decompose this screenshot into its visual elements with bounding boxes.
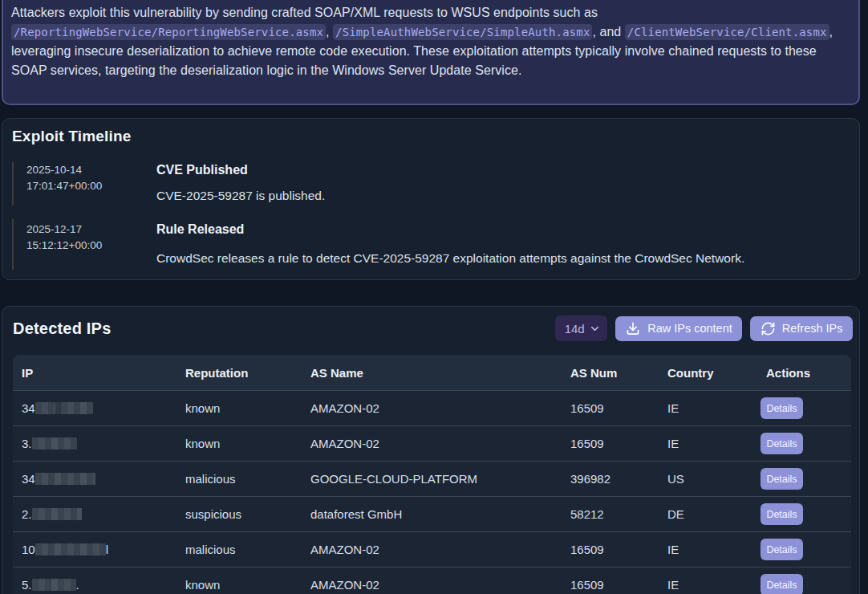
raw-ips-content-label: Raw IPs content — [647, 322, 732, 335]
cell-as-name: AMAZON-02 — [302, 578, 562, 592]
table-row: 5..knownAMAZON-0216509IEDetails — [13, 567, 851, 594]
cell-actions: Details — [757, 433, 851, 454]
cell-country: IE — [659, 401, 757, 415]
cell-reputation: suspicious — [176, 507, 302, 521]
cell-country: IE — [659, 578, 757, 592]
cell-as-name: AMAZON-02 — [302, 437, 562, 450]
cell-country: US — [659, 472, 757, 486]
cell-ip: 3. — [13, 437, 176, 450]
timeline-event-title: CVE Published — [156, 162, 850, 178]
timeline-event-description: CrowdSec releases a rule to detect CVE-2… — [156, 250, 850, 266]
ip-redacted-blur — [55, 402, 61, 414]
table-row: 3.knownAMAZON-0216509IEDetails — [13, 425, 851, 461]
ip-visible-prefix: 5. — [22, 578, 32, 592]
timeline-event-date: 2025-12-17 — [26, 222, 156, 238]
column-header-ip: IP — [13, 366, 176, 380]
cell-ip: 34 — [13, 472, 176, 486]
timeline-event-time: 15:12:12+00:00 — [26, 238, 156, 254]
vulnerability-description-text: Attackers exploit this vulnerability by … — [11, 3, 850, 79]
ip-visible-prefix: 10 — [22, 543, 35, 556]
description-text-before: Attackers exploit this vulnerability by … — [11, 6, 598, 19]
cell-actions: Details — [757, 574, 851, 594]
cell-as-num: 16509 — [562, 543, 659, 556]
ip-visible-prefix: 3. — [22, 437, 32, 450]
ip-redacted-blur — [61, 402, 93, 414]
cell-reputation: known — [176, 437, 302, 450]
details-button[interactable]: Details — [761, 468, 803, 490]
detected-ips-header: Detected IPs 14d Raw IPs content Refresh… — [9, 315, 853, 341]
cell-as-num: 16509 — [562, 401, 659, 415]
detected-ips-controls: 14d Raw IPs content Refresh IPs — [555, 315, 853, 341]
cell-as-num: 16509 — [562, 578, 659, 592]
cell-actions: Details — [757, 503, 851, 525]
exploit-timeline-title: Exploit Timeline — [12, 128, 850, 144]
ip-redacted-blur — [32, 437, 77, 450]
cell-reputation: malicious — [176, 543, 302, 556]
table-row: 10lmaliciousAMAZON-0216509IEDetails — [13, 531, 851, 567]
column-header-reputation: Reputation — [176, 366, 302, 380]
timeline-event-title: Rule Released — [156, 222, 850, 238]
timeline-event-datetime: 2025-10-1417:01:47+00:00 — [26, 162, 156, 204]
download-icon — [625, 320, 641, 336]
table-body: 34knownAMAZON-0216509IEDetails3.knownAMA… — [13, 390, 851, 594]
cell-country: IE — [659, 437, 757, 450]
ip-redacted-blur — [35, 543, 106, 555]
cell-actions: Details — [757, 468, 851, 490]
cell-as-num: 396982 — [562, 472, 659, 486]
ip-visible-prefix: 2. — [22, 507, 32, 521]
cell-actions: Details — [757, 397, 851, 419]
column-header-as-num: AS Num — [562, 366, 659, 380]
refresh-ips-button[interactable]: Refresh IPs — [750, 316, 853, 341]
cell-as-num: 16509 — [562, 437, 659, 450]
timeline-event-body: CVE PublishedCVE-2025-59287 is published… — [156, 162, 850, 204]
column-header-actions: Actions — [757, 366, 851, 380]
raw-ips-content-button[interactable]: Raw IPs content — [615, 316, 743, 341]
ip-visible-prefix: 34 — [22, 401, 35, 415]
table-row: 34maliciousGOOGLE-CLOUD-PLATFORM396982US… — [13, 461, 851, 496]
ip-visible-prefix: 34 — [22, 472, 35, 486]
cell-country: DE — [659, 507, 757, 521]
cell-reputation: malicious — [176, 472, 302, 486]
timeline-items: 2025-10-1417:01:47+00:00CVE PublishedCVE… — [12, 162, 850, 270]
column-header-country: Country — [659, 366, 757, 380]
cell-as-name: GOOGLE-CLOUD-PLATFORM — [302, 472, 562, 486]
cell-as-num: 58212 — [562, 507, 659, 521]
cell-reputation: known — [176, 578, 302, 592]
detected-ips-panel: Detected IPs 14d Raw IPs content Refresh… — [2, 306, 860, 594]
cell-country: IE — [659, 543, 757, 556]
cell-as-name: AMAZON-02 — [302, 401, 562, 415]
detected-ips-title: Detected IPs — [13, 320, 111, 337]
details-button[interactable]: Details — [761, 539, 803, 560]
timeline-event-description: CVE-2025-59287 is published. — [156, 188, 850, 204]
details-button[interactable]: Details — [761, 433, 803, 454]
details-button[interactable]: Details — [761, 574, 803, 594]
details-button[interactable]: Details — [761, 397, 803, 419]
cell-ip: 34 — [13, 401, 176, 415]
table-header-row: IP Reputation AS Name AS Num Country Act… — [13, 355, 851, 390]
timeline-event-date: 2025-10-14 — [26, 162, 156, 178]
period-select-value: 14d — [565, 322, 585, 336]
ip-visible-suffix: l — [106, 543, 108, 556]
column-header-as-name: AS Name — [302, 366, 562, 380]
ip-redacted-blur — [35, 473, 95, 485]
ip-redacted-blur — [35, 402, 55, 414]
endpoint-code-chip-simpleauth: /SimpleAuthWebService/SimpleAuth.asmx — [333, 24, 592, 40]
description-separator-2: , and — [592, 25, 624, 39]
period-select[interactable]: 14d — [555, 315, 607, 341]
description-separator-1: , — [326, 25, 333, 39]
detected-ips-table: IP Reputation AS Name AS Num Country Act… — [13, 355, 851, 594]
refresh-icon — [761, 321, 776, 336]
cell-as-name: dataforest GmbH — [302, 507, 562, 521]
cell-ip: 2. — [13, 507, 176, 521]
endpoint-code-chip-client: /ClientWebService/Client.asmx — [625, 24, 829, 40]
refresh-ips-label: Refresh IPs — [782, 322, 843, 335]
table-row: 34knownAMAZON-0216509IEDetails — [13, 390, 851, 425]
ip-redacted-blur — [32, 579, 76, 591]
cell-reputation: known — [176, 401, 302, 415]
details-button[interactable]: Details — [761, 503, 803, 525]
exploit-timeline-panel: Exploit Timeline 2025-10-1417:01:47+00:0… — [2, 118, 860, 280]
timeline-event: 2025-12-1715:12:12+00:00Rule ReleasedCro… — [12, 219, 850, 270]
cell-actions: Details — [757, 539, 851, 560]
timeline-event-body: Rule ReleasedCrowdSec releases a rule to… — [156, 222, 850, 266]
table-row: 2.suspiciousdataforest GmbH58212DEDetail… — [13, 496, 851, 531]
